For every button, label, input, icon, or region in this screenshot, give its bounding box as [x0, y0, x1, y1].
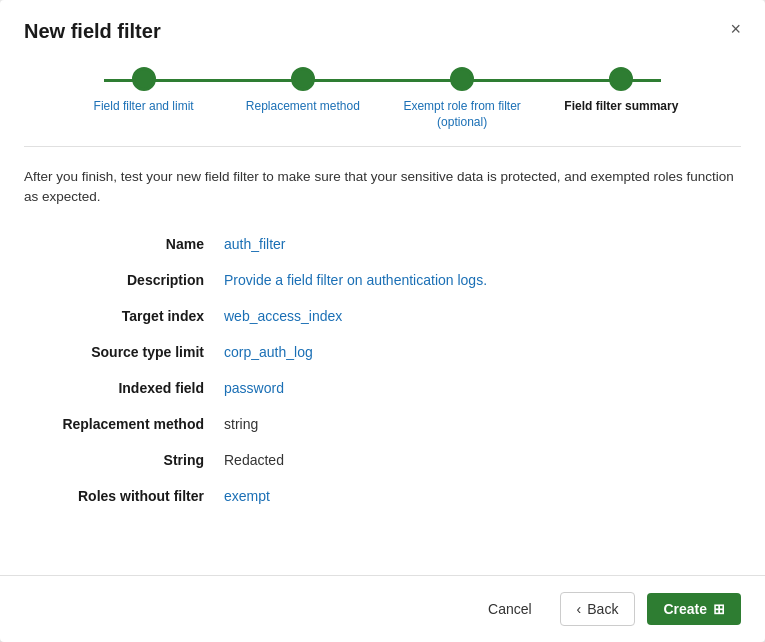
modal-dialog: New field filter × Field filter and limi… [0, 0, 765, 642]
value-replacement-method: string [224, 416, 258, 432]
label-target-index: Target index [24, 308, 224, 324]
step-1: Field filter and limit [64, 67, 223, 115]
label-replacement-method: Replacement method [24, 416, 224, 432]
value-roles-without-filter: exempt [224, 488, 270, 504]
create-button[interactable]: Create ⊞ [647, 593, 741, 625]
value-target-index: web_access_index [224, 308, 342, 324]
label-name: Name [24, 236, 224, 252]
value-string: Redacted [224, 452, 284, 468]
close-icon: × [730, 19, 741, 39]
stepper: Field filter and limit Replacement metho… [24, 67, 741, 130]
label-indexed-field: Indexed field [24, 380, 224, 396]
step-dot-3 [450, 67, 474, 91]
label-string: String [24, 452, 224, 468]
summary-sourcetype-row: Source type limit corp_auth_log [24, 344, 741, 360]
summary-description-row: Description Provide a field filter on au… [24, 272, 741, 288]
back-label: Back [587, 601, 618, 617]
cancel-label: Cancel [488, 601, 532, 617]
close-button[interactable]: × [730, 20, 741, 38]
label-description: Description [24, 272, 224, 288]
step-dot-2 [291, 67, 315, 91]
back-button[interactable]: ‹ Back [560, 592, 636, 626]
summary-replacement-row: Replacement method string [24, 416, 741, 432]
content-section: After you finish, test your new field fi… [0, 147, 765, 575]
create-label: Create [663, 601, 707, 617]
modal-header: New field filter × [0, 0, 765, 43]
value-description: Provide a field filter on authentication… [224, 272, 487, 288]
modal-title: New field filter [24, 20, 161, 43]
cancel-button[interactable]: Cancel [472, 593, 548, 625]
stepper-section: Field filter and limit Replacement metho… [0, 43, 765, 146]
step-4: Field filter summary [542, 67, 701, 115]
value-indexed-field: password [224, 380, 284, 396]
summary-indexed-row: Indexed field password [24, 380, 741, 396]
step-label-3[interactable]: Exempt role from filter (optional) [402, 99, 522, 130]
summary-roles-row: Roles without filter exempt [24, 488, 741, 504]
save-icon: ⊞ [713, 601, 725, 617]
step-2: Replacement method [223, 67, 382, 115]
summary-target-row: Target index web_access_index [24, 308, 741, 324]
step-label-2[interactable]: Replacement method [246, 99, 360, 115]
step-dot-4 [609, 67, 633, 91]
label-source-type-limit: Source type limit [24, 344, 224, 360]
value-source-type-limit: corp_auth_log [224, 344, 313, 360]
modal-footer: Cancel ‹ Back Create ⊞ [0, 575, 765, 642]
intro-text: After you finish, test your new field fi… [24, 167, 741, 208]
summary-string-row: String Redacted [24, 452, 741, 468]
step-3: Exempt role from filter (optional) [383, 67, 542, 130]
summary-name-row: Name auth_filter [24, 236, 741, 252]
step-dot-1 [132, 67, 156, 91]
value-name: auth_filter [224, 236, 285, 252]
chevron-left-icon: ‹ [577, 601, 582, 617]
step-label-4[interactable]: Field filter summary [564, 99, 678, 115]
step-label-1[interactable]: Field filter and limit [94, 99, 194, 115]
label-roles-without-filter: Roles without filter [24, 488, 224, 504]
